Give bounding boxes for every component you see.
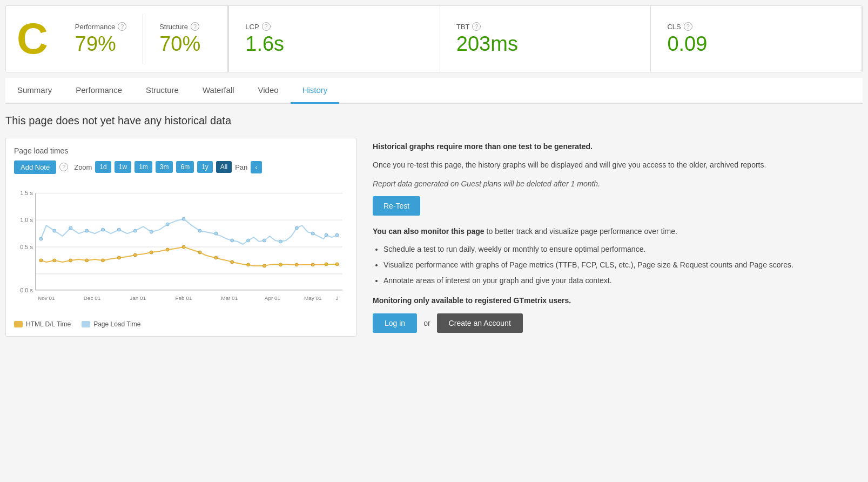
cls-value: 0.09 (667, 33, 707, 56)
svg-point-29 (231, 239, 234, 242)
top-metrics-bar: C Performance ? 79% Structure ? 70% LCP (5, 5, 863, 72)
chart-help-icon[interactable]: ? (59, 163, 68, 171)
content-grid: Page load times Add Note ? Zoom 1d 1w 1m… (5, 138, 863, 337)
bullet-2: Visualize performance with graphs of Pag… (383, 259, 863, 271)
svg-text:1.0 s: 1.0 s (20, 217, 33, 223)
svg-text:Jan 01: Jan 01 (130, 294, 146, 300)
info-body1: Once you re-test this page, the history … (373, 159, 863, 171)
svg-point-22 (117, 228, 120, 231)
svg-point-43 (133, 253, 137, 257)
structure-help-icon[interactable]: ? (191, 22, 199, 31)
svg-point-19 (69, 226, 72, 230)
svg-text:Dec 01: Dec 01 (84, 294, 101, 300)
svg-point-24 (150, 230, 153, 233)
svg-point-40 (85, 259, 89, 262)
tabs-bar: Summary Performance Structure Waterfall … (5, 78, 863, 104)
performance-help-icon[interactable]: ? (118, 22, 126, 31)
no-data-message: This page does not yet have any historic… (5, 115, 863, 127)
performance-metric: Performance ? 79% (59, 14, 143, 64)
legend-html-dl: HTML D/L Time (14, 320, 71, 328)
create-account-button[interactable]: Create an Account (437, 313, 523, 333)
login-button[interactable]: Log in (373, 313, 417, 333)
svg-point-18 (53, 229, 56, 232)
monitoring-note: Monitoring only available to registered … (373, 294, 863, 306)
svg-point-30 (247, 239, 250, 242)
svg-point-38 (53, 259, 56, 262)
svg-point-48 (214, 256, 218, 259)
performance-value: 79% (75, 33, 116, 56)
add-note-button[interactable]: Add Note (14, 160, 56, 174)
legend-page-color (82, 321, 90, 327)
svg-point-46 (182, 245, 185, 249)
cls-help-icon[interactable]: ? (684, 22, 692, 31)
zoom-3m-button[interactable]: 3m (156, 161, 173, 173)
svg-point-39 (69, 259, 72, 262)
zoom-1y-button[interactable]: 1y (197, 161, 213, 173)
tbt-metric: TBT ? 203ms (440, 6, 651, 72)
svg-point-27 (198, 229, 201, 232)
tbt-label: TBT ? (456, 22, 481, 31)
svg-point-52 (279, 263, 282, 266)
right-metrics-group: LCP ? 1.6s TBT ? 203ms CLS ? 0.09 (228, 6, 862, 72)
structure-label: Structure ? (159, 22, 199, 31)
svg-point-20 (85, 229, 89, 232)
bullet-3: Annotate areas of interest on your graph… (383, 275, 863, 286)
svg-point-23 (133, 229, 137, 232)
tbt-help-icon[interactable]: ? (472, 22, 481, 31)
tab-summary[interactable]: Summary (5, 78, 64, 104)
svg-text:1.5 s: 1.5 s (20, 190, 33, 196)
zoom-1d-button[interactable]: 1d (95, 161, 111, 173)
or-text: or (423, 319, 430, 327)
grade-letter: C (17, 17, 48, 61)
svg-text:J: J (336, 294, 339, 300)
svg-point-26 (182, 217, 185, 220)
zoom-all-button[interactable]: All (216, 161, 232, 173)
svg-text:Apr 01: Apr 01 (265, 294, 281, 300)
svg-text:Nov 01: Nov 01 (38, 294, 55, 300)
feature-bullet-list: Schedule a test to run daily, weekly or … (373, 244, 863, 286)
tab-video[interactable]: Video (246, 78, 291, 104)
svg-point-35 (325, 233, 328, 237)
tab-history[interactable]: History (291, 78, 340, 104)
pan-left-button[interactable]: ‹ (251, 161, 261, 173)
svg-point-53 (295, 263, 298, 266)
svg-text:Feb 01: Feb 01 (175, 294, 192, 300)
zoom-1w-button[interactable]: 1w (115, 161, 131, 173)
lcp-help-icon[interactable]: ? (262, 22, 271, 31)
svg-point-37 (39, 259, 43, 262)
svg-text:Mar 01: Mar 01 (221, 294, 238, 300)
svg-point-25 (166, 223, 169, 226)
tab-performance[interactable]: Performance (64, 78, 134, 104)
legend-html-color (14, 321, 23, 327)
svg-point-28 (214, 232, 218, 235)
svg-point-51 (263, 264, 266, 267)
svg-point-36 (335, 233, 339, 237)
monitor-intro: You can also monitor this page to better… (373, 225, 863, 237)
info-italic-note: Report data generated on Guest plans wil… (373, 178, 863, 190)
svg-point-54 (311, 263, 314, 266)
svg-text:May 01: May 01 (304, 294, 322, 300)
chart-legend: HTML D/L Time Page Load Time (14, 320, 348, 328)
lcp-metric: LCP ? 1.6s (229, 6, 440, 72)
tbt-value: 203ms (456, 33, 518, 56)
re-test-button[interactable]: Re-Test (373, 196, 420, 216)
svg-point-42 (117, 256, 120, 259)
legend-page-label: Page Load Time (93, 320, 140, 328)
tab-structure[interactable]: Structure (134, 78, 191, 104)
svg-point-31 (263, 239, 266, 242)
cls-label: CLS ? (667, 22, 692, 31)
chart-container: Page load times Add Note ? Zoom 1d 1w 1m… (5, 138, 356, 337)
svg-point-47 (198, 251, 201, 254)
legend-html-label: HTML D/L Time (26, 320, 71, 328)
performance-label: Performance ? (75, 22, 126, 31)
action-row: Log in or Create an Account (373, 313, 863, 333)
svg-point-17 (39, 237, 43, 240)
svg-point-44 (150, 251, 153, 254)
chart-svg: 1.5 s 1.0 s 0.5 s 0.0 s Nov 01 Dec 01 Ja… (14, 179, 348, 314)
zoom-1m-button[interactable]: 1m (134, 161, 152, 173)
svg-point-56 (335, 263, 339, 266)
main-content: This page does not yet have any historic… (5, 115, 863, 337)
grade-section: C Performance ? 79% Structure ? 70% (6, 6, 228, 72)
zoom-6m-button[interactable]: 6m (176, 161, 194, 173)
tab-waterfall[interactable]: Waterfall (191, 78, 246, 104)
